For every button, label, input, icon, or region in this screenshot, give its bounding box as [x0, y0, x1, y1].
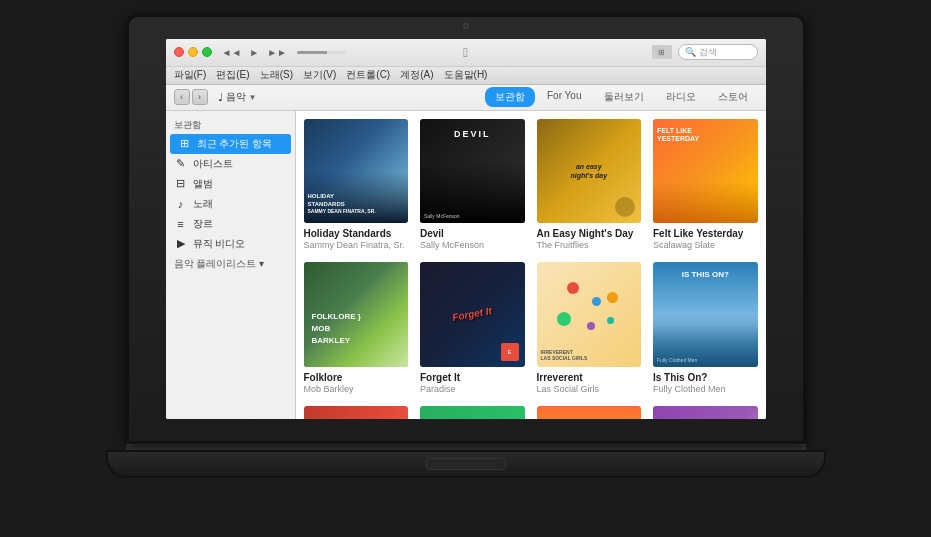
album-item-felt[interactable]: FELT LIKEYESTERDAY Felt Like Yesterday S… [653, 119, 758, 251]
album-title-forget: Forget It [420, 371, 525, 384]
search-icon: 🔍 [685, 47, 696, 57]
album-item-irreverent[interactable]: IRREVERENTLAS SOCIAL GIRLS Irreverent La… [537, 262, 642, 394]
laptop-lid: ◄◄ ► ►►  ⊞ 🔍 검색 [126, 14, 806, 444]
music-video-label: 뮤직 비디오 [193, 237, 246, 251]
album-art-sunset: SUNSET BLUES [537, 406, 642, 419]
albums-icon: ⊟ [174, 177, 188, 190]
album-item-forget[interactable]: Forget It E Forget It Paradise [420, 262, 525, 394]
menu-file[interactable]: 파일(F) [174, 68, 207, 82]
menu-account[interactable]: 계정(A) [400, 68, 433, 82]
tab-store[interactable]: 스토어 [708, 87, 758, 107]
album-item-bottom2[interactable] [420, 406, 525, 419]
dropdown-arrow[interactable]: ▼ [249, 93, 257, 102]
search-placeholder: 검색 [699, 46, 717, 59]
album-art-bottom1 [304, 406, 409, 419]
tab-radio[interactable]: 라디오 [656, 87, 706, 107]
next-button[interactable]: ►► [265, 45, 289, 60]
search-box[interactable]: 🔍 검색 [678, 44, 758, 60]
tab-area: 보관함 For You 둘러보기 라디오 스토어 [485, 87, 757, 107]
play-button[interactable]: ► [247, 45, 261, 60]
tab-foryou[interactable]: For You [537, 87, 591, 107]
nav-bar: ‹ › ♩ 음악 ▼ 보관함 For You 둘러보기 라디오 스토어 [166, 85, 766, 111]
prev-button[interactable]: ◄◄ [220, 45, 244, 60]
laptop-base [106, 450, 826, 478]
grid-view-button[interactable]: ⊞ [652, 45, 672, 59]
window-controls [174, 47, 212, 57]
album-art-folklore: FOLKLORE }MOBBARKLEY [304, 262, 409, 367]
trackpad[interactable] [426, 458, 506, 470]
note-icon: ♩ [218, 91, 223, 104]
album-artist-folklore: Mob Barkley [304, 384, 409, 394]
recently-added-icon: ⊞ [178, 137, 192, 150]
menu-bar: 파일(F) 편집(E) 노래(S) 보기(V) 컨트롤(C) 계정(A) 도움말… [166, 67, 766, 85]
album-artist-devil: Sally McFenson [420, 240, 525, 250]
songs-icon: ♪ [174, 198, 188, 210]
minimize-button[interactable] [188, 47, 198, 57]
artists-label: 아티스트 [193, 157, 233, 171]
maximize-button[interactable] [202, 47, 212, 57]
albums-label: 앨범 [193, 177, 213, 191]
nav-arrows: ‹ › [174, 89, 208, 105]
sidebar-item-artists[interactable]: ✎ 아티스트 [166, 154, 295, 174]
transport-controls: ◄◄ ► ►► [220, 45, 352, 60]
section-label: ♩ 음악 ▼ [218, 90, 257, 104]
laptop-hinge [126, 444, 806, 450]
album-title-devil: Devil [420, 227, 525, 240]
itunes-window: ◄◄ ► ►►  ⊞ 🔍 검색 [166, 39, 766, 419]
tab-library[interactable]: 보관함 [485, 87, 535, 107]
laptop-camera [463, 23, 469, 29]
apple-logo:  [463, 45, 468, 60]
album-item-easy[interactable]: an easynight's day An Easy Night's Day T… [537, 119, 642, 251]
menu-view[interactable]: 보기(V) [303, 68, 336, 82]
sidebar: 보관함 ⊞ 최근 추가된 항목 ✎ 아티스트 ⊟ 앨범 [166, 111, 296, 419]
album-title-holiday: Holiday Standards [304, 227, 409, 240]
artists-icon: ✎ [174, 157, 188, 170]
album-artist-easy: The Fruitflies [537, 240, 642, 250]
menu-help[interactable]: 도움말(H) [444, 68, 488, 82]
menu-song[interactable]: 노래(S) [260, 68, 293, 82]
content-area[interactable]: HOLIDAYSTANDARDSSAMMY DEAN FINATRA, SR. … [296, 111, 766, 419]
album-item-sunset[interactable]: SUNSET BLUES [537, 406, 642, 419]
album-art-felt: FELT LIKEYESTERDAY [653, 119, 758, 224]
album-title-isthis: Is This On? [653, 371, 758, 384]
album-item-devil[interactable]: DEVIL Sally McFenson Devil Sally McFenso… [420, 119, 525, 251]
laptop-container: ◄◄ ► ►►  ⊞ 🔍 검색 [76, 14, 856, 524]
album-title-easy: An Easy Night's Day [537, 227, 642, 240]
sidebar-item-music-video[interactable]: ▶ 뮤직 비디오 [166, 234, 295, 254]
album-art-bottom2 [420, 406, 525, 419]
genres-label: 장르 [193, 217, 213, 231]
back-button[interactable]: ‹ [174, 89, 190, 105]
volume-slider[interactable] [297, 51, 347, 54]
album-art-devil: DEVIL Sally McFenson [420, 119, 525, 224]
sidebar-item-genres[interactable]: ≡ 장르 [166, 214, 295, 234]
album-item-bottom4[interactable] [653, 406, 758, 419]
album-art-bottom4 [653, 406, 758, 419]
songs-label: 노래 [193, 197, 213, 211]
album-artist-irreverent: Las Social Girls [537, 384, 642, 394]
album-art-forget: Forget It E [420, 262, 525, 367]
close-button[interactable] [174, 47, 184, 57]
tab-browse[interactable]: 둘러보기 [594, 87, 654, 107]
main-content: 보관함 ⊞ 최근 추가된 항목 ✎ 아티스트 ⊟ 앨범 [166, 111, 766, 419]
sidebar-playlist[interactable]: 음악 플레이리스트 ▾ [166, 254, 295, 274]
album-item-holiday[interactable]: HOLIDAYSTANDARDSSAMMY DEAN FINATRA, SR. … [304, 119, 409, 251]
menu-controls[interactable]: 컨트롤(C) [346, 68, 390, 82]
sidebar-item-recently-added[interactable]: ⊞ 최근 추가된 항목 [170, 134, 291, 154]
album-item-isthis[interactable]: IS THIS ON? Fully Clothed Men Is This On… [653, 262, 758, 394]
music-video-icon: ▶ [174, 237, 188, 250]
sidebar-item-albums[interactable]: ⊟ 앨범 [166, 174, 295, 194]
album-grid: HOLIDAYSTANDARDSSAMMY DEAN FINATRA, SR. … [304, 119, 758, 419]
sidebar-item-songs[interactable]: ♪ 노래 [166, 194, 295, 214]
album-title-irreverent: Irreverent [537, 371, 642, 384]
section-name: 음악 [226, 90, 246, 104]
title-right: ⊞ 🔍 검색 [652, 44, 758, 60]
album-art-easy: an easynight's day [537, 119, 642, 224]
forward-button[interactable]: › [192, 89, 208, 105]
album-artist-forget: Paradise [420, 384, 525, 394]
album-item-bottom1[interactable] [304, 406, 409, 419]
album-artist-holiday: Sammy Dean Finatra, Sr. [304, 240, 409, 250]
sidebar-section-label: 보관함 [166, 115, 295, 134]
menu-edit[interactable]: 편집(E) [216, 68, 249, 82]
album-art-holiday: HOLIDAYSTANDARDSSAMMY DEAN FINATRA, SR. [304, 119, 409, 224]
album-item-folklore[interactable]: FOLKLORE }MOBBARKLEY Folklore Mob Barkle… [304, 262, 409, 394]
